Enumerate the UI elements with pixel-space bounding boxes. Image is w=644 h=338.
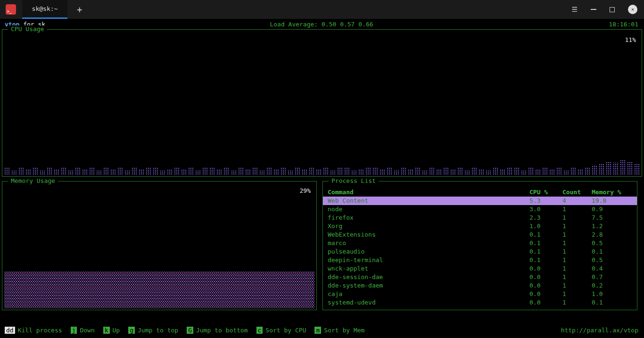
keybind-key: g <box>128 327 135 334</box>
process-cell: node <box>328 205 529 214</box>
process-cell: 3.0 <box>529 205 562 214</box>
cpu-chart-column <box>471 168 477 175</box>
minimize-button[interactable] <box>591 9 596 10</box>
process-row[interactable]: systemd-udevd0.010.1 <box>323 298 637 307</box>
maximize-button[interactable] <box>610 7 615 12</box>
cpu-chart-column <box>174 167 180 175</box>
process-cell: 0.0 <box>529 264 562 273</box>
cpu-percent: 11% <box>625 36 636 43</box>
process-row[interactable]: caja0.011.0 <box>323 290 637 298</box>
keybind-key: G <box>187 327 193 334</box>
cpu-chart-column <box>316 169 322 175</box>
process-cell: 1 <box>562 290 592 298</box>
cpu-chart-column <box>344 167 350 175</box>
cpu-chart-column <box>415 168 421 175</box>
keybind-hint: ddKill process <box>5 327 62 334</box>
cpu-chart-column <box>450 169 456 175</box>
cpu-chart-column <box>535 169 541 175</box>
process-cell: dde-session-dae <box>328 273 529 281</box>
cpu-chart-column <box>563 170 569 175</box>
process-cell: 0.1 <box>529 231 562 239</box>
process-row[interactable]: wnck-applet0.010.4 <box>323 264 637 273</box>
cpu-chart-column <box>443 168 449 175</box>
cpu-chart-column <box>167 169 173 175</box>
cpu-chart-column <box>33 167 38 175</box>
cpu-chart-column <box>521 170 527 175</box>
process-cell: 2.3 <box>529 214 562 222</box>
process-cell: wnck-applet <box>328 264 529 273</box>
cpu-chart-column <box>592 165 597 175</box>
process-row[interactable]: firefox2.317.5 <box>323 214 637 222</box>
process-cell: 1 <box>562 205 592 214</box>
cpu-chart-column <box>132 167 137 175</box>
terminal-app-icon: >_ <box>6 4 16 15</box>
col-memory: Memory % <box>592 188 632 197</box>
process-cell: 1 <box>562 239 592 247</box>
process-row[interactable]: dde-session-dae0.010.7 <box>323 273 637 281</box>
cpu-chart-column <box>110 169 116 175</box>
cpu-chart-column <box>202 167 208 175</box>
memory-percent: 29% <box>300 187 311 194</box>
cpu-chart-column <box>372 167 378 175</box>
cpu-chart-column <box>231 170 237 175</box>
process-cell: 0.0 <box>529 290 562 298</box>
cpu-chart-column <box>25 169 31 175</box>
memory-chart <box>4 272 314 308</box>
process-table: Command CPU % Count Memory % Web Content… <box>323 188 637 307</box>
process-cell: deepin-terminal <box>328 256 529 264</box>
cpu-chart-column <box>288 170 293 175</box>
cpu-chart-column <box>479 169 484 175</box>
process-row[interactable]: Xorg1.011.2 <box>323 222 637 231</box>
process-row[interactable]: Web Content5.3419.8 <box>323 197 637 205</box>
col-command: Command <box>328 188 529 197</box>
cpu-chart-column <box>40 170 45 175</box>
cpu-chart-column <box>68 170 74 175</box>
cpu-chart-column <box>486 170 491 175</box>
process-cell: dde-system-daem <box>328 281 529 290</box>
cpu-chart-column <box>309 168 314 175</box>
cpu-chart-column <box>216 169 222 175</box>
keybind-hint: kUp <box>103 327 120 334</box>
cpu-chart-column <box>514 167 520 175</box>
process-row[interactable]: WebExtensions0.112.8 <box>323 231 637 239</box>
keybind-label: Sort by Mem <box>324 327 364 334</box>
process-row[interactable]: pulseaudio0.110.1 <box>323 247 637 256</box>
cpu-chart-column <box>188 168 194 175</box>
cpu-chart-column <box>252 167 258 175</box>
titlebar: >_ sk@sk:~ + ☰ ✕ <box>0 0 644 19</box>
cpu-chart-column <box>146 168 151 175</box>
cpu-chart-column <box>124 170 130 175</box>
cpu-chart-column <box>103 167 109 175</box>
terminal-window: >_ sk@sk:~ + ☰ ✕ vtop for sk Load Averag… <box>0 0 644 338</box>
cpu-chart-column <box>627 162 633 175</box>
process-cell: WebExtensions <box>328 231 529 239</box>
process-cell: 0.5 <box>592 256 632 264</box>
cpu-chart-column <box>238 168 244 175</box>
footer-bar: ddKill processjDownkUpgJump to topGJump … <box>5 326 638 334</box>
process-row[interactable]: node3.010.9 <box>323 205 637 214</box>
cpu-chart-column <box>620 160 626 175</box>
cpu-chart-column <box>634 164 640 175</box>
cpu-chart-column <box>556 168 562 175</box>
keybind-label: Up <box>113 327 120 334</box>
cpu-chart-column <box>358 169 364 175</box>
keybind-label: Down <box>80 327 94 334</box>
menu-icon[interactable]: ☰ <box>571 6 578 13</box>
cpu-chart-column <box>75 168 81 175</box>
close-button[interactable]: ✕ <box>628 5 637 14</box>
cpu-chart-column <box>209 168 215 175</box>
process-row[interactable]: marco0.110.5 <box>323 239 637 247</box>
new-tab-button[interactable]: + <box>77 4 82 15</box>
tab-active[interactable]: sk@sk:~ <box>22 0 67 19</box>
process-cell: marco <box>328 239 529 247</box>
cpu-chart-column <box>570 167 576 175</box>
cpu-chart-column <box>245 169 251 175</box>
process-row[interactable]: dde-system-daem0.010.2 <box>323 281 637 290</box>
cpu-chart-column <box>408 169 413 175</box>
keybind-hint: cSort by CPU <box>256 327 306 334</box>
vtop-header: vtop for sk Load Average: 0.50 0.57 0.66… <box>5 21 638 29</box>
process-cell: pulseaudio <box>328 247 529 256</box>
process-cell: 7.5 <box>592 214 632 222</box>
process-cell: 1 <box>562 264 592 273</box>
process-row[interactable]: deepin-terminal0.110.5 <box>323 256 637 264</box>
